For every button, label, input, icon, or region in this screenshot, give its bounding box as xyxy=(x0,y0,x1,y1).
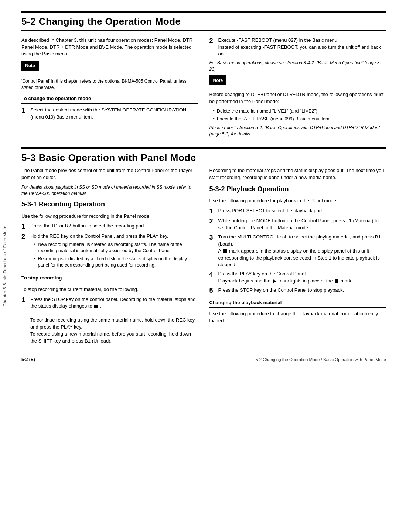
stop-step-1-num: 1 xyxy=(21,296,27,345)
bullet-2: • Execute the -ALL ERASE (menu 099) Basi… xyxy=(213,116,386,123)
subsection-531-title: 5-3-1 Recording Operation xyxy=(21,199,198,209)
step-532-1: 1 Press PORT SELECT to select the playba… xyxy=(209,207,386,216)
to-change-heading: To change the operation mode xyxy=(21,95,198,104)
stop-step-1-content: Press the STOP key on the control panel.… xyxy=(30,296,198,345)
to-stop-heading: To stop recording xyxy=(21,275,198,283)
step-532-2-content: While holding the MODE button on the Con… xyxy=(218,217,386,231)
section-53-right: Recording to the material stops and the … xyxy=(209,167,386,347)
section-52-left: As described in Chapter 3, this unit has… xyxy=(21,37,198,140)
step-52-2: 2 Press PORT SELECT to select the playba… xyxy=(209,37,386,58)
step-532-1-content: Press PORT SELECT to select the playback… xyxy=(218,207,386,216)
bullet-dot-2: • xyxy=(213,116,215,123)
step-52-2-content: Press PORT SELECT to select the playback… xyxy=(218,37,386,58)
subsection-531-intro: Use the following procedure for recordin… xyxy=(21,213,198,220)
step-532-4-text: Press the PLAY key on the Control Panel. xyxy=(218,271,307,277)
step-52-1-content: Select the desired mode with the SYSTEM … xyxy=(30,107,198,121)
bullet-531-1: • New recording material is created as r… xyxy=(34,241,198,254)
bullet-531-2-text: Recording is indicated by a lit red disk… xyxy=(38,256,198,269)
step-532-4-detail: Playback begins and the mark lights in p… xyxy=(218,278,353,284)
square-mark-1 xyxy=(94,305,98,308)
footer-right: 5-2 Changing the Operation Mode / Basic … xyxy=(255,357,386,363)
note-box-2: Note xyxy=(209,75,386,89)
note-box-1: Note xyxy=(21,61,198,74)
step-532-3: 3 Turn the MULTI CONTROL knob to select … xyxy=(209,234,386,268)
step-number-1: 1 xyxy=(21,107,27,121)
note-body-2: Before changing to DTR+Panel or DTR+DTR … xyxy=(209,91,386,105)
step-532-5: 5 Press the STOP key on the Control Pane… xyxy=(209,287,386,295)
square-mark-3 xyxy=(335,279,338,283)
section-53-header: 5-3 Basic Operation with Panel Mode xyxy=(21,147,386,167)
step-531-1-content: Press the R1 or R2 button to select the … xyxy=(30,223,198,231)
section-52-intro: As described in Chapter 3, this unit has… xyxy=(21,37,198,58)
changing-heading: Changing the playback material xyxy=(209,299,386,308)
footer-left: 5-2 (E) xyxy=(21,357,35,363)
side-tab-text: Chapter 5 Basic Functions of Each Mode xyxy=(2,226,8,306)
step-number-2: 2 xyxy=(209,37,215,58)
section-53-title: 5-3 Basic Operation with Panel Mode xyxy=(21,152,196,163)
step-532-2-num: 2 xyxy=(209,217,215,231)
step-532-4-content: Press the PLAY key on the Control Panel.… xyxy=(218,271,386,285)
stop-intro: To stop recording the current material, … xyxy=(21,286,198,293)
section-53-intro-left: The Panel mode provides control of the u… xyxy=(21,167,198,181)
section-53-intro-right: Recording to the material stops and the … xyxy=(209,167,386,181)
section-53-italic: For details about playback in SS or SD m… xyxy=(21,184,198,197)
step-532-3-text: Turn the MULTI CONTROL knob to select th… xyxy=(218,234,381,247)
section-52-header: 5-2 Changing the Operation Mode xyxy=(21,11,386,31)
bullet-531-2: • Recording is indicated by a lit red di… xyxy=(34,256,198,269)
step-532-1-num: 1 xyxy=(209,207,215,216)
step-531-2: 2 Hold the REC key on the Control Panel,… xyxy=(21,233,198,270)
note-label-1: Note xyxy=(21,61,39,71)
step-532-4-num: 4 xyxy=(209,271,215,285)
subsection-532-intro: Use the following procedure for playback… xyxy=(209,198,386,205)
step-532-2: 2 While holding the MODE button on the C… xyxy=(209,217,386,231)
section-52-body: As described in Chapter 3, this unit has… xyxy=(21,37,386,140)
step-531-2-num: 2 xyxy=(21,233,27,270)
page-footer: 5-2 (E) 5-2 Changing the Operation Mode … xyxy=(21,354,386,363)
step-531-2-content: Hold the REC key on the Control Panel, a… xyxy=(30,233,198,270)
stop-step-1-text: Press the STOP key on the control panel.… xyxy=(30,296,196,309)
subsection-532-title: 5-3-2 Playback Operation xyxy=(209,184,386,194)
step-52-italic: For Basic menu operations, please see Se… xyxy=(209,60,386,72)
note-label-2: Note xyxy=(209,75,227,85)
step-532-3-content: Turn the MULTI CONTROL knob to select th… xyxy=(218,234,386,268)
step-532-4: 4 Press the PLAY key on the Control Pane… xyxy=(209,271,386,285)
changing-intro: Use the following procedure to change th… xyxy=(209,310,386,325)
step-532-5-num: 5 xyxy=(209,287,215,295)
section-52-right: 2 Press PORT SELECT to select the playba… xyxy=(209,37,386,140)
stop-step-1-detail: To continue recording using the same mat… xyxy=(30,317,195,344)
bullet-531-1-text: New recording material is created as rec… xyxy=(38,241,198,254)
step-532-5-content: Press the STOP key on the Control Panel … xyxy=(218,287,386,295)
step-531-2-bullets: • New recording material is created as r… xyxy=(34,241,198,269)
step-532-3-num: 3 xyxy=(209,234,215,268)
bullet-dot-1: • xyxy=(213,108,215,115)
side-tab: Chapter 5 Basic Functions of Each Mode xyxy=(0,0,10,532)
step-52-2-detail: Instead of executing -FAST REBOOT, you c… xyxy=(218,44,381,57)
note-text-1: 'Control Panel' in this chapter refers t… xyxy=(21,78,198,91)
step-531-1: 1 Press the R1 or R2 button to select th… xyxy=(21,223,198,231)
stop-step-1: 1 Press the STOP key on the control pane… xyxy=(21,296,198,345)
note-italic-2: Please refer to Section 5-4, "Basic Oper… xyxy=(209,125,386,137)
square-mark-2 xyxy=(223,249,227,253)
triangle-mark xyxy=(273,279,276,284)
note-bullets: • Delete the material named "LIVE1" (and… xyxy=(213,108,386,123)
step-52-2-main: Execute -FAST REBOOT (menu 027) in the B… xyxy=(218,37,339,43)
main-content: 5-2 Changing the Operation Mode As descr… xyxy=(10,0,399,532)
step-531-1-num: 1 xyxy=(21,223,27,231)
step-52-1: 1 Select the desired mode with the SYSTE… xyxy=(21,107,198,121)
bullet-1-text: Delete the material named "LIVE1" (and "… xyxy=(217,108,319,115)
section-52-title: 5-2 Changing the Operation Mode xyxy=(21,16,181,27)
step-532-3-detail: A mark appears in the status display on … xyxy=(218,248,380,268)
step-531-2-text: Hold the REC key on the Control Panel, a… xyxy=(30,233,168,239)
stop-step-1-mark: . xyxy=(100,303,102,309)
section-53-body: The Panel mode provides control of the u… xyxy=(21,167,386,347)
bullet-1: • Delete the material named "LIVE1" (and… xyxy=(213,108,386,115)
bullet-2-text: Execute the -ALL ERASE (menu 099) Basic … xyxy=(217,116,331,123)
section-53-left: The Panel mode provides control of the u… xyxy=(21,167,198,347)
